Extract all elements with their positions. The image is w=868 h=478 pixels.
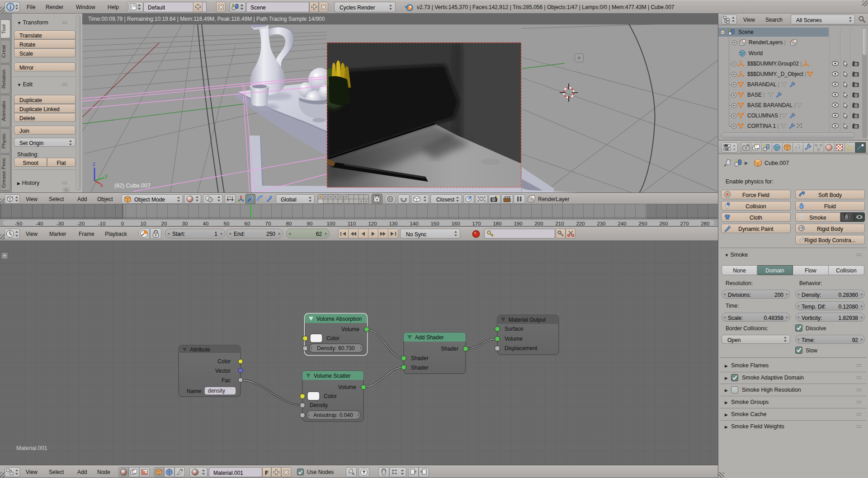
svg-text:Shader: Shader [411, 365, 429, 371]
svg-text:Color: Color [324, 393, 337, 399]
svg-text:Add Shader: Add Shader [415, 334, 443, 341]
svg-text:Name:: Name: [187, 388, 203, 394]
svg-text:Material Output: Material Output [509, 317, 546, 323]
svg-text:Vector: Vector [215, 368, 231, 374]
svg-text:Color: Color [217, 358, 231, 365]
svg-text:Material.001: Material.001 [16, 445, 47, 451]
svg-text:Shader: Shader [411, 355, 429, 361]
svg-text:density: density [208, 388, 225, 394]
svg-text:Volume: Volume [338, 384, 356, 390]
svg-text:Volume: Volume [505, 336, 523, 342]
svg-text:(62) Cube.007: (62) Cube.007 [114, 183, 151, 189]
svg-text:Displacement: Displacement [505, 345, 538, 351]
svg-text:Density: Density [310, 402, 328, 408]
svg-text:Volume Absorption: Volume Absorption [316, 316, 362, 322]
svg-text:Volume: Volume [341, 326, 359, 333]
svg-text:Anisotrop: 0.040: Anisotrop: 0.040 [313, 412, 353, 418]
svg-text:Volume Scatter: Volume Scatter [314, 373, 350, 379]
svg-text:x: x [100, 182, 103, 188]
svg-text:Shader: Shader [441, 346, 458, 352]
svg-text:z: z [93, 161, 95, 167]
svg-text:Color: Color [326, 335, 340, 342]
svg-text:Density: 60.730: Density: 60.730 [317, 345, 355, 351]
svg-text:y: y [105, 173, 108, 179]
svg-text:Surface: Surface [505, 326, 524, 332]
svg-text:Fac: Fac [222, 377, 231, 384]
svg-text:Attribute: Attribute [190, 347, 210, 353]
